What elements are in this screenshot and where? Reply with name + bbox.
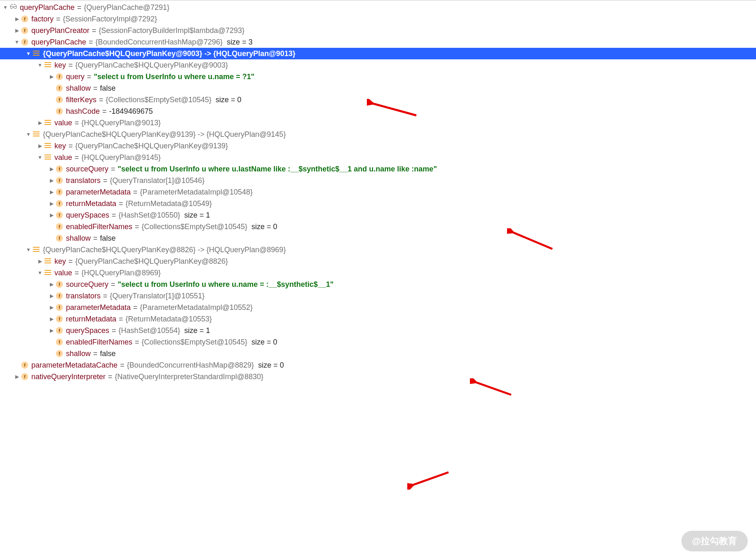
entry-label: {QueryPlanCache$HQLQueryPlanKey@8826} ->… bbox=[43, 246, 286, 254]
chevron-right-icon[interactable]: ▶ bbox=[13, 16, 21, 22]
var-row-hashcode[interactable]: ▶ f hashCode = -1849469675 bbox=[0, 106, 756, 117]
svg-line-76 bbox=[411, 472, 448, 485]
var-size: size = 1 bbox=[184, 326, 210, 335]
var-value: {BoundedConcurrentHashMap@8829} bbox=[127, 361, 254, 370]
var-row-value[interactable]: ▶ value = {HQLQueryPlan@9013} bbox=[0, 117, 756, 129]
svg-text:f: f bbox=[59, 328, 60, 333]
chevron-down-icon[interactable]: ▼ bbox=[36, 62, 44, 68]
var-row-queryspaces[interactable]: ▶ f querySpaces = {HashSet@10554} size =… bbox=[0, 325, 756, 336]
var-name: query bbox=[66, 73, 85, 81]
var-row-nativequeryinterpreter[interactable]: ▶ f nativeQueryInterpreter = {NativeQuer… bbox=[0, 371, 756, 382]
chevron-down-icon[interactable]: ▼ bbox=[25, 131, 32, 137]
var-name: enabledFilterNames bbox=[66, 223, 132, 231]
svg-text:f: f bbox=[24, 374, 26, 379]
var-name: returnMetadata bbox=[66, 315, 116, 324]
chevron-down-icon[interactable]: ▼ bbox=[25, 51, 32, 56]
var-row-root[interactable]: ▼ 👓︎ queryPlanCache = {QueryPlanCache@72… bbox=[0, 2, 756, 13]
svg-text:f: f bbox=[59, 293, 60, 298]
var-row-key[interactable]: ▶ key = {QueryPlanCache$HQLQueryPlanKey@… bbox=[0, 256, 756, 267]
var-row-queryplancreator[interactable]: ▶ f queryPlanCreator = {SessionFactoryBu… bbox=[0, 25, 756, 36]
var-row-translators[interactable]: ▶ f translators = {QueryTranslator[1]@10… bbox=[0, 290, 756, 302]
map-entry[interactable]: ▼ {QueryPlanCache$HQLQueryPlanKey@8826} … bbox=[0, 244, 756, 256]
var-name: queryPlanCache bbox=[31, 38, 86, 47]
chevron-right-icon[interactable]: ▶ bbox=[48, 74, 55, 80]
var-value: {SessionFactoryImpl@7292} bbox=[63, 15, 157, 23]
svg-rect-26 bbox=[45, 143, 51, 144]
var-value: "select u from UserInfo u where u.name =… bbox=[118, 280, 334, 289]
chevron-right-icon[interactable]: ▶ bbox=[36, 258, 44, 264]
chevron-down-icon[interactable]: ▼ bbox=[25, 247, 32, 253]
var-row-returnmetadata[interactable]: ▶ f returnMetadata = {ReturnMetadata@105… bbox=[0, 313, 756, 325]
svg-text:f: f bbox=[59, 340, 60, 345]
svg-rect-50 bbox=[45, 260, 51, 261]
chevron-right-icon[interactable]: ▶ bbox=[48, 305, 55, 310]
chevron-down-icon[interactable]: ▼ bbox=[2, 5, 9, 10]
var-row-sourcequery[interactable]: ▶ f sourceQuery = "select u from UserInf… bbox=[0, 163, 756, 175]
chevron-right-icon[interactable]: ▶ bbox=[48, 293, 55, 299]
var-row-value[interactable]: ▼ value = {HQLQueryPlan@8969} bbox=[0, 267, 756, 279]
chevron-right-icon[interactable]: ▶ bbox=[48, 212, 55, 218]
field-icon: f bbox=[55, 107, 63, 115]
var-value: {BoundedConcurrentHashMap@7296} bbox=[96, 38, 223, 47]
map-entry-selected[interactable]: ▼ {QueryPlanCache$HQLQueryPlanKey@9003} … bbox=[0, 48, 756, 59]
var-row-shallow[interactable]: ▶ f shallow = false bbox=[0, 232, 756, 244]
var-name: parameterMetadata bbox=[66, 188, 131, 197]
svg-rect-10 bbox=[45, 64, 51, 65]
chevron-right-icon[interactable]: ▶ bbox=[36, 120, 44, 126]
var-value: {ParameterMetadataImpl@10548} bbox=[140, 188, 253, 197]
var-value: {NativeQueryInterpreterStandardImpl@8830… bbox=[115, 373, 263, 381]
var-row-parametermetadatacache[interactable]: ▶ f parameterMetadataCache = {BoundedCon… bbox=[0, 359, 756, 371]
var-row-returnmetadata[interactable]: ▶ f returnMetadata = {ReturnMetadata@105… bbox=[0, 198, 756, 209]
svg-text:f: f bbox=[59, 201, 60, 206]
svg-text:f: f bbox=[59, 317, 60, 321]
chevron-right-icon[interactable]: ▶ bbox=[48, 328, 55, 333]
chevron-right-icon[interactable]: ▶ bbox=[48, 189, 55, 195]
var-row-parametermetadata[interactable]: ▶ f parameterMetadata = {ParameterMetada… bbox=[0, 302, 756, 313]
var-row-translators[interactable]: ▶ f translators = {QueryTranslator[1]@10… bbox=[0, 175, 756, 186]
chevron-right-icon[interactable]: ▶ bbox=[13, 28, 21, 33]
var-value: {SessionFactoryBuilderImpl$lambda@7293} bbox=[99, 26, 244, 35]
chevron-right-icon[interactable]: ▶ bbox=[48, 281, 55, 287]
var-row-enabledfilternames[interactable]: ▶ f enabledFilterNames = {Collections$Em… bbox=[0, 336, 756, 348]
var-size: size = 1 bbox=[184, 211, 210, 220]
chevron-right-icon[interactable]: ▶ bbox=[48, 201, 55, 206]
var-row-shallow[interactable]: ▶ f shallow = false bbox=[0, 82, 756, 94]
var-name: shallow bbox=[66, 234, 91, 243]
chevron-right-icon[interactable]: ▶ bbox=[36, 143, 44, 149]
var-row-shallow[interactable]: ▶ f shallow = false bbox=[0, 348, 756, 359]
var-row-parametermetadata[interactable]: ▶ f parameterMetadata = {ParameterMetada… bbox=[0, 186, 756, 198]
var-name: querySpaces bbox=[66, 211, 109, 220]
chevron-down-icon[interactable]: ▼ bbox=[36, 270, 44, 276]
var-name: value bbox=[54, 269, 72, 277]
svg-rect-23 bbox=[33, 131, 40, 132]
var-row-filterkeys[interactable]: ▶ f filterKeys = {Collections$EmptySet@1… bbox=[0, 94, 756, 106]
chevron-right-icon[interactable]: ▶ bbox=[13, 374, 21, 380]
var-row-key[interactable]: ▶ key = {QueryPlanCache$HQLQueryPlanKey@… bbox=[0, 140, 756, 152]
svg-rect-8 bbox=[33, 55, 40, 56]
chevron-right-icon[interactable]: ▶ bbox=[48, 178, 55, 183]
var-row-queryspaces[interactable]: ▶ f querySpaces = {HashSet@10550} size =… bbox=[0, 209, 756, 221]
var-row-query[interactable]: ▶ f query = "select u from UserInfo u wh… bbox=[0, 71, 756, 82]
chevron-down-icon[interactable]: ▼ bbox=[13, 39, 21, 45]
debugger-variables-tree[interactable]: ▼ 👓︎ queryPlanCache = {QueryPlanCache@72… bbox=[0, 0, 756, 384]
var-size: size = 0 bbox=[251, 338, 277, 347]
map-entry[interactable]: ▼ {QueryPlanCache$HQLQueryPlanKey@9139} … bbox=[0, 129, 756, 140]
var-row-queryplancache-map[interactable]: ▼ f queryPlanCache = {BoundedConcurrentH… bbox=[0, 36, 756, 48]
object-icon bbox=[44, 257, 52, 265]
var-row-enabledfilternames[interactable]: ▶ f enabledFilterNames = {Collections$Em… bbox=[0, 221, 756, 232]
chevron-right-icon[interactable]: ▶ bbox=[48, 316, 55, 322]
field-icon: f bbox=[55, 315, 63, 323]
entry-label: {QueryPlanCache$HQLQueryPlanKey@9139} ->… bbox=[43, 130, 286, 139]
var-row-value[interactable]: ▼ value = {HQLQueryPlan@9145} bbox=[0, 152, 756, 163]
map-entry-icon bbox=[32, 49, 40, 58]
var-name: shallow bbox=[66, 84, 91, 93]
var-row-factory[interactable]: ▶ f factory = {SessionFactoryImpl@7292} bbox=[0, 13, 756, 25]
entry-label: {QueryPlanCache$HQLQueryPlanKey@9003} ->… bbox=[43, 49, 296, 58]
var-row-sourcequery[interactable]: ▶ f sourceQuery = "select u from UserInf… bbox=[0, 279, 756, 290]
var-name: queryPlanCreator bbox=[31, 26, 89, 35]
var-row-key[interactable]: ▼ key = {QueryPlanCache$HQLQueryPlanKey@… bbox=[0, 59, 756, 71]
chevron-down-icon[interactable]: ▼ bbox=[36, 155, 44, 160]
chevron-right-icon[interactable]: ▶ bbox=[48, 166, 55, 172]
svg-text:f: f bbox=[59, 236, 60, 241]
var-name: factory bbox=[31, 15, 54, 23]
